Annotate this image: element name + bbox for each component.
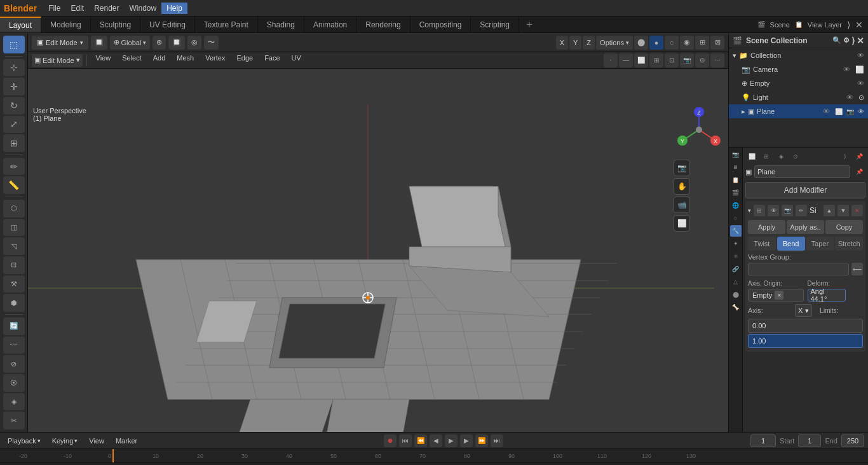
modifier-delete-btn[interactable]: ✕ <box>851 205 863 216</box>
proportional-btn[interactable]: ◎ <box>187 36 201 50</box>
outliner-expand-icon[interactable]: ⟩ <box>851 36 855 46</box>
tool-extrude[interactable]: ⬡ <box>3 200 25 218</box>
prop-material-icon[interactable]: ⬤ <box>730 289 742 300</box>
snap-btn[interactable]: 🔲 <box>168 36 185 50</box>
select-menu-btn[interactable]: Select <box>117 54 147 67</box>
timeline-strip[interactable]: -20 -10 0 10 20 30 40 50 60 70 80 90 100… <box>0 448 868 462</box>
outliner-close-icon[interactable]: ✕ <box>857 36 864 46</box>
light-type-icon[interactable]: ⊙ <box>858 94 864 102</box>
modifier-up-btn[interactable]: ▲ <box>824 205 835 216</box>
angle-input[interactable]: Angl 44.1° <box>808 289 846 302</box>
record-btn[interactable]: ⏺ <box>384 434 397 447</box>
outliner-item-light[interactable]: 💡 Light 👁 ⊙ <box>729 90 868 104</box>
prev-keyframe-btn[interactable]: ⏪ <box>414 434 427 447</box>
axis-dropdown[interactable]: X ▾ <box>795 304 812 317</box>
x-axis-btn[interactable]: X <box>556 36 568 50</box>
jump-end-btn[interactable]: ⏭ <box>491 434 503 447</box>
y-axis-btn[interactable]: Y <box>569 36 581 50</box>
prop-object-icon[interactable]: ○ <box>730 212 742 224</box>
next-keyframe-btn[interactable]: ⏩ <box>475 434 488 447</box>
modifier-enable-icon[interactable]: ⊞ <box>754 205 765 216</box>
solid-view-btn[interactable]: ● <box>649 36 663 50</box>
tool-knife[interactable]: ⚒ <box>3 275 25 293</box>
tool-shrink[interactable]: ⦿ <box>3 374 25 392</box>
tab-scripting[interactable]: Scripting <box>471 17 519 32</box>
object-name-input[interactable]: Plane <box>754 165 850 178</box>
outliner-item-plane[interactable]: ▸ ▣ Plane 👁 ⬜ 📷 👁 <box>729 104 868 118</box>
modifier-edit-icon[interactable]: ✏ <box>796 205 807 216</box>
tab-texture-paint[interactable]: Texture Paint <box>195 17 258 32</box>
tool-inset[interactable]: ◫ <box>3 219 25 237</box>
prop-world-icon[interactable]: 🌐 <box>730 200 742 211</box>
menu-help[interactable]: Help <box>161 3 187 14</box>
limit-max-input[interactable] <box>748 334 863 348</box>
material-preview-btn[interactable]: ⬤ <box>634 36 648 50</box>
empty-clear-btn[interactable]: ✕ <box>775 291 783 300</box>
mesh-menu-btn[interactable]: Mesh <box>172 54 199 67</box>
mode-dropdown[interactable]: ▣ Edit Mode <box>32 36 88 50</box>
menu-edit[interactable]: Edit <box>65 3 89 14</box>
prop-constraint-icon[interactable]: 🔗 <box>730 263 742 275</box>
current-frame-input[interactable]: 1 <box>750 434 776 447</box>
curve-btn[interactable]: 〜 <box>204 36 219 50</box>
view-camera[interactable]: 📷 <box>680 53 694 67</box>
tool-cursor[interactable]: ⊹ <box>3 59 25 77</box>
modifier-render-icon[interactable]: 📷 <box>782 205 793 216</box>
add-workspace-button[interactable]: ＋ <box>519 17 539 32</box>
edge-menu-btn[interactable]: Edge <box>231 54 258 67</box>
play-btn[interactable]: ▶ <box>445 434 458 447</box>
uv-menu-btn[interactable]: UV <box>287 54 306 67</box>
empty-tag[interactable]: Empty ✕ <box>748 289 804 302</box>
tool-select[interactable]: ⬚ <box>3 36 25 53</box>
prop-bone-icon[interactable]: 🦴 <box>730 302 742 313</box>
close-editor-icon[interactable]: ✕ <box>855 20 863 30</box>
tool-smooth[interactable]: 〰 <box>3 337 25 354</box>
add-menu-btn[interactable]: Add <box>148 54 171 67</box>
outliner-item-collection[interactable]: ▾ 📁 Collection 👁 <box>729 48 868 62</box>
plane-edit-icon[interactable]: ⬜ <box>835 108 843 115</box>
move-camera-btn[interactable]: ✋ <box>674 178 690 195</box>
collection-visibility[interactable]: 👁 <box>857 52 864 59</box>
prop-view-layer-icon[interactable]: 📋 <box>730 174 742 186</box>
prop-particle-icon[interactable]: ✦ <box>730 238 742 249</box>
prop-expand-icon[interactable]: ⟩ <box>839 150 851 163</box>
vertex-group-arrow[interactable]: ⟵ <box>851 263 863 275</box>
menu-file[interactable]: File <box>43 3 65 14</box>
prop-pin-icon[interactable]: 📌 <box>853 150 865 163</box>
tool-move[interactable]: ✛ <box>3 78 25 95</box>
tool-measure[interactable]: 📏 <box>3 176 25 194</box>
face-menu-btn[interactable]: Face <box>259 54 285 67</box>
view-menu-btn[interactable]: View <box>91 54 116 67</box>
tool-spin[interactable]: 🔄 <box>3 317 25 335</box>
twist-tab[interactable]: Twist <box>748 237 776 251</box>
jump-start-btn[interactable]: ⏮ <box>399 434 412 447</box>
pivot-btn[interactable]: ⊛ <box>153 36 166 50</box>
stretch-tab[interactable]: Stretch <box>835 237 863 251</box>
marker-btn[interactable]: Marker <box>112 434 141 447</box>
tool-transform[interactable]: ⊞ <box>3 134 25 152</box>
z-axis-btn[interactable]: Z <box>583 36 595 50</box>
empty-visibility[interactable]: 👁 <box>857 80 864 87</box>
outliner-item-camera[interactable]: 📷 Camera 👁 ⬜ <box>729 62 868 76</box>
tab-compositing[interactable]: Compositing <box>410 17 471 32</box>
tab-layout[interactable]: Layout <box>0 17 41 32</box>
face-select-mode[interactable]: ⬜ <box>634 53 648 67</box>
tab-animation[interactable]: Animation <box>304 17 356 32</box>
tool-rotate[interactable]: ↻ <box>3 97 25 115</box>
more-view-options[interactable]: ··· <box>710 53 724 67</box>
edit-mode-dropdown[interactable]: ▣ Edit Mode ▾ <box>32 54 83 67</box>
edge-select-mode[interactable]: — <box>619 53 633 67</box>
view-btn[interactable]: 🔲 <box>91 36 107 50</box>
wireframe-btn[interactable]: ○ <box>665 36 679 50</box>
scene-label[interactable]: Scene <box>770 21 790 29</box>
prop-header-icon1[interactable]: ⬜ <box>745 150 758 163</box>
plane-hide-icon[interactable]: 👁 <box>858 108 864 115</box>
prop-header-icon4[interactable]: ⊙ <box>789 150 802 163</box>
tab-uv-editing[interactable]: UV Editing <box>140 17 195 32</box>
viewport-gizmo[interactable]: Z X Y <box>674 104 724 155</box>
vertex-group-input[interactable] <box>748 263 849 275</box>
menu-window[interactable]: Window <box>125 3 162 14</box>
vertex-select-mode[interactable]: · <box>604 53 618 67</box>
light-visibility[interactable]: 👁 <box>846 94 853 101</box>
viewport-shading-toggle[interactable]: ⊞ <box>649 53 663 67</box>
